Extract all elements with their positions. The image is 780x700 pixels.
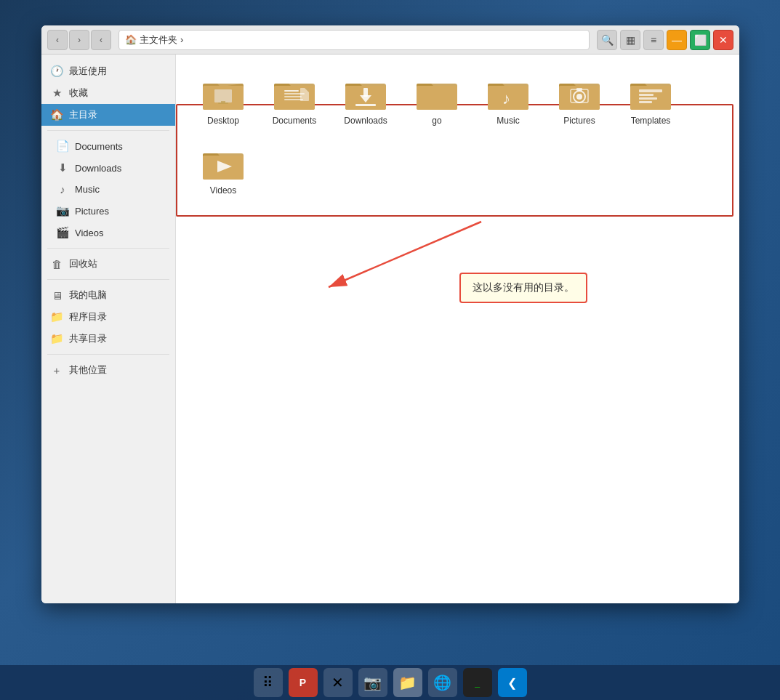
sidebar-item-recent[interactable]: 🕐 最近使用 — [41, 60, 175, 82]
maximize-button[interactable]: ⬜ — [690, 30, 710, 50]
file-item-pictures[interactable]: Pictures — [547, 69, 612, 133]
svg-line-40 — [329, 222, 481, 287]
taskbar-chrome-button[interactable]: 🌐 — [428, 668, 457, 697]
titlebar: ‹ › ‹ 🏠 主文件夹 › 🔍 ▦ ≡ — ⬜ ✕ — [41, 25, 739, 55]
view-list-button[interactable]: ≡ — [643, 30, 664, 50]
folder-icon-desktop — [201, 75, 245, 111]
clock-icon: 🕐 — [50, 65, 63, 78]
chrome-icon: 🌐 — [433, 674, 451, 691]
taskbar-files-button[interactable]: 📁 — [393, 668, 422, 697]
svg-point-27 — [576, 94, 582, 100]
music-icon: ♪ — [56, 183, 69, 196]
folder-icon-documents — [273, 75, 316, 111]
sidebar-label-trash: 回收站 — [69, 257, 97, 270]
sidebar-item-pictures[interactable]: 📷 Pictures — [41, 200, 175, 222]
file-manager-window: ‹ › ‹ 🏠 主文件夹 › 🔍 ▦ ≡ — ⬜ ✕ 🕐 最近使用 ★ — [41, 25, 739, 603]
terminal-icon: _ — [475, 677, 480, 688]
file-item-downloads[interactable]: Downloads — [333, 69, 398, 133]
nav-buttons: ‹ › ‹ — [47, 30, 111, 50]
breadcrumb[interactable]: 🏠 主文件夹 › — [118, 30, 590, 50]
taskbar-vscode-button[interactable]: ❮ — [498, 668, 527, 697]
taskbar-apps-button[interactable]: ⠿ — [254, 668, 283, 697]
file-item-templates[interactable]: Templates — [618, 69, 683, 133]
file-item-go[interactable]: go — [404, 69, 470, 133]
sidebar-item-documents[interactable]: 📄 Documents — [41, 135, 175, 157]
folder-icon-go — [415, 75, 459, 111]
taskbar-camera-button[interactable]: 📷 — [358, 668, 387, 697]
svg-text:♪: ♪ — [502, 89, 510, 108]
taskbar-tools-button[interactable]: ✕ — [323, 668, 353, 697]
breadcrumb-arrow: › — [180, 34, 183, 45]
sidebar-label-home: 主目录 — [69, 108, 97, 121]
sidebar-label-bookmarks: 收藏 — [69, 87, 88, 100]
content-area: 🕐 最近使用 ★ 收藏 🏠 主目录 📄 Documents ⬇ Download… — [41, 55, 739, 603]
up-button[interactable]: ‹ — [91, 30, 111, 50]
sidebar-label-documents: Documents — [75, 141, 123, 152]
callout-text: 这以多没有用的目录。 — [473, 281, 574, 293]
file-item-music[interactable]: ♪ Music — [475, 69, 541, 133]
file-label-pictures: Pictures — [563, 116, 595, 127]
taskbar-terminal-button[interactable]: _ — [463, 668, 492, 697]
taskbar: ⠿ P ✕ 📷 📁 🌐 _ ❮ — [0, 665, 780, 700]
sidebar-label-recent: 最近使用 — [69, 65, 107, 78]
file-label-music: Music — [496, 116, 519, 127]
sidebar-item-home[interactable]: 🏠 主目录 — [41, 104, 175, 126]
folder-icon-pictures — [558, 75, 601, 111]
sidebar-label-programs: 程序目录 — [69, 310, 107, 323]
taskbar-jetbrains-button[interactable]: P — [289, 668, 318, 697]
file-item-videos[interactable]: Videos — [190, 139, 256, 203]
svg-rect-3 — [214, 89, 232, 102]
svg-rect-35 — [639, 101, 652, 103]
sidebar-item-programs[interactable]: 📁 程序目录 — [41, 306, 175, 328]
home-icon: 🏠 — [50, 108, 63, 121]
document-icon: 📄 — [56, 140, 69, 153]
sidebar-item-videos[interactable]: 🎬 Videos — [41, 222, 175, 244]
home-icon: 🏠 — [125, 34, 137, 45]
sidebar-item-shared[interactable]: 📁 共享目录 — [41, 328, 175, 350]
sidebar: 🕐 最近使用 ★ 收藏 🏠 主目录 📄 Documents ⬇ Download… — [41, 55, 176, 603]
sidebar-sep-4 — [47, 354, 169, 355]
svg-rect-8 — [284, 90, 299, 92]
apps-icon: ⠿ — [262, 674, 273, 691]
videos-icon: 🎬 — [56, 226, 69, 239]
camera-icon: 📷 — [363, 674, 382, 691]
file-label-desktop: Desktop — [207, 116, 239, 127]
folder-icon-music: ♪ — [486, 75, 530, 111]
computer-icon: 🖥 — [50, 289, 63, 302]
sidebar-label-videos: Videos — [75, 228, 104, 238]
sidebar-label-mycomputer: 我的电脑 — [69, 289, 107, 302]
file-label-documents: Documents — [273, 116, 317, 127]
minimize-button[interactable]: — — [667, 30, 687, 50]
svg-rect-29 — [576, 88, 582, 91]
file-item-desktop[interactable]: Desktop — [190, 69, 256, 133]
sidebar-label-pictures: Pictures — [75, 206, 109, 217]
breadcrumb-label: 主文件夹 — [140, 33, 177, 47]
sidebar-item-bookmarks[interactable]: ★ 收藏 — [41, 82, 175, 104]
sidebar-item-other[interactable]: + 其他位置 — [41, 359, 175, 381]
svg-rect-18 — [355, 104, 376, 106]
download-icon: ⬇ — [56, 161, 69, 174]
file-label-go: go — [432, 116, 441, 127]
sidebar-label-music: Music — [75, 184, 100, 195]
file-item-documents[interactable]: Documents — [262, 69, 327, 133]
forward-button[interactable]: › — [69, 30, 89, 50]
svg-rect-5 — [218, 102, 228, 104]
sidebar-item-trash[interactable]: 🗑 回收站 — [41, 253, 175, 275]
sidebar-label-shared: 共享目录 — [69, 332, 107, 345]
folder-icon-shared: 📁 — [50, 332, 63, 345]
sidebar-item-downloads[interactable]: ⬇ Downloads — [41, 157, 175, 179]
back-button[interactable]: ‹ — [47, 30, 68, 50]
svg-rect-34 — [639, 97, 657, 100]
plus-icon: + — [50, 364, 63, 377]
vscode-icon: ❮ — [507, 676, 517, 690]
trash-icon: 🗑 — [50, 258, 63, 270]
file-grid: Desktop — [185, 63, 731, 208]
view-grid-button[interactable]: ▦ — [620, 30, 640, 50]
sidebar-item-mycomputer[interactable]: 🖥 我的电脑 — [41, 284, 175, 306]
sidebar-item-music[interactable]: ♪ Music — [41, 179, 175, 200]
svg-rect-33 — [639, 94, 654, 96]
folder-icon-templates — [629, 75, 672, 111]
close-button[interactable]: ✕ — [713, 30, 733, 50]
search-button[interactable]: 🔍 — [597, 30, 617, 50]
file-view: Desktop — [176, 55, 739, 603]
